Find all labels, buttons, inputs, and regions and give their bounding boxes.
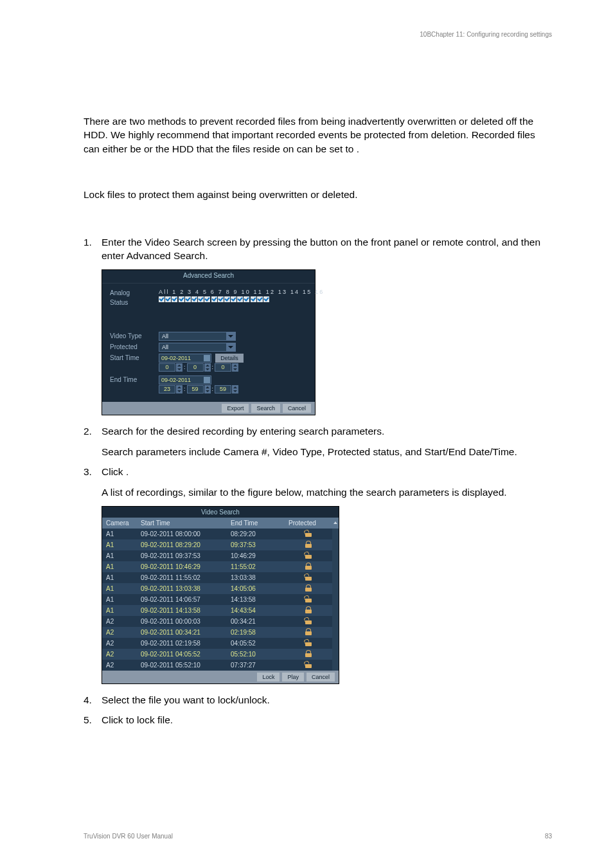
analog-label: Analog bbox=[110, 289, 159, 296]
table-row[interactable]: A209-02-2011 00:00:0300:34:21 bbox=[102, 616, 339, 627]
col-camera[interactable]: Camera bbox=[102, 518, 137, 529]
lock-icon bbox=[305, 650, 312, 657]
table-row[interactable]: A209-02-2011 04:05:5205:52:10 bbox=[102, 649, 339, 660]
col-protected[interactable]: Protected bbox=[285, 518, 332, 529]
table-row[interactable]: A109-02-2011 11:55:0213:03:38 bbox=[102, 572, 339, 583]
table-row[interactable]: A109-02-2011 14:13:5814:43:54 bbox=[102, 605, 339, 616]
search-button[interactable]: Search bbox=[251, 404, 280, 413]
start-time-spinner[interactable]: 0 : 0 : 0 bbox=[159, 363, 244, 372]
lock-icon bbox=[305, 584, 312, 592]
col-start-time[interactable]: Start Time bbox=[137, 518, 227, 529]
page-header: 10BChapter 11: Configuring recording set… bbox=[420, 31, 552, 38]
start-time-label: Start Time bbox=[110, 354, 159, 361]
dialog-title: Advanced Search bbox=[102, 270, 315, 284]
col-end-time[interactable]: End Time bbox=[227, 518, 285, 529]
end-time-label: End Time bbox=[110, 375, 159, 383]
lock-icon bbox=[305, 563, 312, 570]
scrollbar[interactable] bbox=[332, 529, 339, 671]
export-button[interactable]: Export bbox=[222, 404, 249, 413]
page-number: 83 bbox=[545, 833, 552, 840]
table-row[interactable]: A109-02-2011 08:00:0008:29:20 bbox=[102, 529, 339, 539]
table-row[interactable]: A109-02-2011 09:37:5310:46:29 bbox=[102, 550, 339, 561]
manual-title: TruVision DVR 60 User Manual bbox=[84, 833, 173, 840]
lock-icon bbox=[305, 606, 312, 613]
cancel-button[interactable]: Cancel bbox=[283, 404, 311, 413]
step-2-sub: Search parameters include Camera #, Vide… bbox=[102, 445, 552, 459]
dialog-title: Video Search bbox=[102, 507, 339, 518]
unlock-icon bbox=[305, 574, 312, 581]
chevron-down-icon bbox=[226, 332, 235, 340]
video-type-dropdown[interactable]: All bbox=[159, 332, 236, 341]
table-row[interactable]: A109-02-2011 13:03:3814:05:06 bbox=[102, 583, 339, 594]
table-row[interactable]: A109-02-2011 10:46:2911:55:02 bbox=[102, 561, 339, 572]
unlock-icon bbox=[305, 595, 312, 602]
protected-dropdown[interactable]: All bbox=[159, 343, 236, 352]
table-row[interactable]: A109-02-2011 08:29:2009:37:53 bbox=[102, 539, 339, 550]
end-time-spinner[interactable]: 23 : 59 : 59 bbox=[159, 385, 238, 393]
details-button[interactable]: Details bbox=[215, 354, 244, 363]
unlock-icon bbox=[305, 552, 312, 559]
end-date-field[interactable]: 09-02-2011 bbox=[159, 375, 211, 384]
calendar-icon bbox=[204, 355, 210, 361]
intro-paragraph: There are two methods to prevent recorde… bbox=[84, 114, 552, 156]
table-row[interactable]: A109-02-2011 14:06:5714:13:58 bbox=[102, 594, 339, 605]
table-row[interactable]: A209-02-2011 05:52:1007:37:27 bbox=[102, 660, 339, 671]
lock-button[interactable]: Lock bbox=[257, 673, 280, 682]
scroll-up-icon[interactable] bbox=[332, 520, 339, 526]
video-type-label: Video Type bbox=[110, 332, 159, 339]
search-results-table: Camera Start Time End Time Protected A10… bbox=[102, 518, 339, 671]
lock-icon bbox=[305, 628, 312, 635]
step-3-sub: A list of recordings, similar to the fig… bbox=[102, 485, 552, 500]
step-2: 2. Search for the desired recording by e… bbox=[84, 424, 552, 439]
status-label: Status bbox=[110, 298, 159, 306]
unlock-icon bbox=[305, 639, 312, 646]
unlock-icon bbox=[305, 661, 312, 668]
lock-icon bbox=[305, 541, 312, 548]
cancel-button[interactable]: Cancel bbox=[306, 673, 335, 682]
chevron-down-icon bbox=[226, 343, 235, 351]
start-date-field[interactable]: 09-02-2011 bbox=[159, 354, 211, 363]
table-row[interactable]: A209-02-2011 02:19:5804:05:52 bbox=[102, 638, 339, 649]
table-row[interactable]: A209-02-2011 00:34:2102:19:58 bbox=[102, 627, 339, 638]
step-3: 3. Click . bbox=[84, 465, 552, 479]
step-5: 5. Click to lock file. bbox=[84, 713, 552, 727]
play-button[interactable]: Play bbox=[282, 673, 304, 682]
lockfiles-intro: Lock files to protect them against being… bbox=[84, 188, 552, 201]
camera-checkboxes[interactable] bbox=[159, 296, 324, 302]
page-footer: TruVision DVR 60 User Manual 83 bbox=[84, 833, 552, 840]
video-search-dialog: Video Search Camera Start Time End Time … bbox=[102, 506, 339, 684]
calendar-icon bbox=[204, 377, 210, 383]
protected-label: Protected bbox=[110, 343, 159, 350]
step-1: 1. Enter the Video Search screen by pres… bbox=[84, 235, 552, 263]
unlock-icon bbox=[305, 530, 312, 537]
unlock-icon bbox=[305, 617, 312, 624]
camera-numbers: All 1 2 3 4 5 6 7 8 9 10 11 12 13 14 15 … bbox=[159, 289, 324, 295]
step-4: 4. Select the file you want to lock/unlo… bbox=[84, 693, 552, 707]
advanced-search-dialog: Advanced Search Analog Status All 1 2 3 … bbox=[102, 269, 315, 415]
